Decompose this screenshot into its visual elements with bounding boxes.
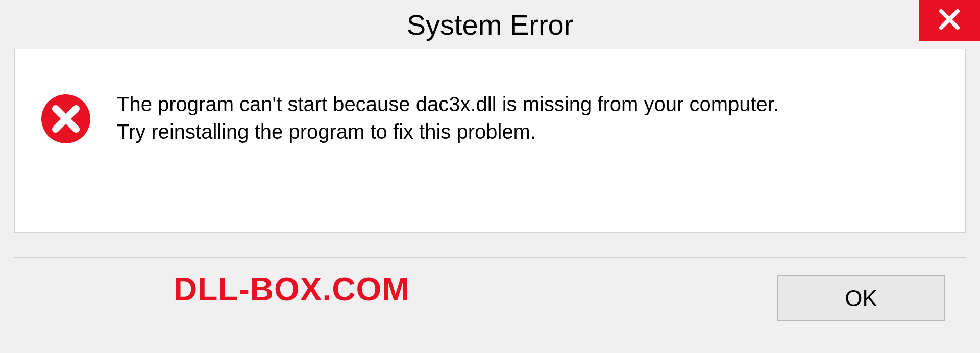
button-bar: DLL-BOX.COM OK	[14, 257, 966, 339]
content-panel: The program can't start because dac3x.dl…	[14, 49, 966, 233]
title-bar: System Error	[0, 0, 980, 49]
watermark-text: DLL-BOX.COM	[174, 270, 410, 308]
error-dialog: System Error The program can't start bec…	[0, 0, 980, 353]
message-line-2: Try reinstalling the program to fix this…	[117, 118, 940, 145]
error-icon	[40, 93, 91, 144]
ok-button[interactable]: OK	[777, 275, 945, 321]
close-button[interactable]	[919, 0, 980, 41]
message-line-1: The program can't start because dac3x.dl…	[117, 90, 940, 118]
close-icon	[938, 8, 961, 33]
message-block: The program can't start because dac3x.dl…	[117, 90, 940, 145]
dialog-title: System Error	[407, 8, 574, 41]
